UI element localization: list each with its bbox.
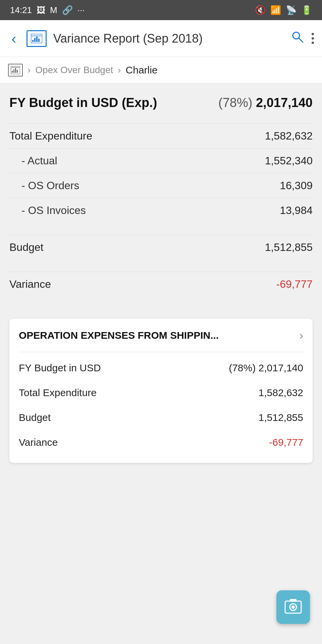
svg-rect-12 bbox=[17, 70, 18, 73]
value-budget: 1,512,855 bbox=[265, 241, 313, 254]
label-os-invoices: - OS Invoices bbox=[9, 204, 86, 217]
summary-header-value: (78%) 2,017,140 bbox=[218, 96, 313, 110]
card-row-variance: Variance -69,777 bbox=[19, 430, 303, 455]
mute-icon: 🔇 bbox=[255, 5, 266, 15]
summary-section: FY Budget in USD (Exp.) (78%) 2,017,140 … bbox=[9, 96, 313, 297]
card-body: FY Budget in USD (78%) 2,017,140 Total E… bbox=[9, 352, 313, 463]
card-label-variance: Variance bbox=[19, 437, 58, 448]
card-value-fy-budget: (78%) 2,017,140 bbox=[229, 362, 303, 374]
status-left: 14:21 🖼 M 🔗 ··· bbox=[10, 5, 85, 15]
card-row-fy-budget: FY Budget in USD (78%) 2,017,140 bbox=[19, 356, 303, 380]
label-os-orders: - OS Orders bbox=[9, 179, 79, 192]
summary-header: FY Budget in USD (Exp.) (78%) 2,017,140 bbox=[9, 96, 313, 110]
link-icon: 🔗 bbox=[62, 5, 73, 15]
operation-expenses-card: OPERATION EXPENSES FROM SHIPPIN... › FY … bbox=[9, 319, 313, 463]
svg-rect-2 bbox=[34, 38, 36, 42]
label-variance: Variance bbox=[9, 278, 51, 290]
label-total-expenditure: Total Expenditure bbox=[9, 130, 92, 142]
summary-header-percent: (78%) bbox=[218, 96, 252, 110]
value-total-expenditure: 1,582,632 bbox=[265, 130, 313, 142]
svg-rect-1 bbox=[32, 40, 34, 42]
card-label-total-expenditure: Total Expenditure bbox=[19, 387, 97, 398]
summary-row-budget: Budget 1,512,855 bbox=[9, 235, 313, 260]
report-icon bbox=[26, 30, 47, 47]
value-variance: -69,777 bbox=[276, 278, 313, 290]
card-row-total-expenditure: Total Expenditure 1,582,632 bbox=[19, 380, 303, 405]
card-title: OPERATION EXPENSES FROM SHIPPIN... bbox=[19, 330, 219, 341]
status-time: 14:21 bbox=[10, 5, 32, 15]
value-os-invoices: 13,984 bbox=[280, 204, 313, 217]
mail-icon: M bbox=[50, 5, 57, 15]
main-content: FY Budget in USD (Exp.) (78%) 2,017,140 … bbox=[0, 84, 322, 483]
svg-rect-3 bbox=[36, 37, 38, 42]
status-right: 🔇 📶 📡 🔋 bbox=[255, 5, 312, 15]
breadcrumb-home-icon bbox=[8, 64, 23, 76]
signal-icon: 📡 bbox=[286, 5, 297, 15]
svg-rect-4 bbox=[38, 39, 40, 42]
label-actual: - Actual bbox=[9, 155, 57, 167]
summary-header-label: FY Budget in USD (Exp.) bbox=[9, 96, 157, 110]
summary-header-number: 2,017,140 bbox=[256, 96, 313, 110]
status-bar: 14:21 🖼 M 🔗 ··· 🔇 📶 📡 🔋 bbox=[0, 0, 322, 20]
summary-row-os-orders: - OS Orders 16,309 bbox=[9, 173, 313, 198]
summary-row-variance: Variance -69,777 bbox=[9, 272, 313, 297]
svg-rect-17 bbox=[290, 599, 297, 602]
breadcrumb-chevron-1: › bbox=[28, 65, 31, 75]
back-button[interactable]: ‹ bbox=[8, 27, 20, 50]
battery-icon: 🔋 bbox=[301, 5, 312, 15]
svg-rect-11 bbox=[15, 68, 16, 73]
card-value-total-expenditure: 1,582,632 bbox=[259, 387, 303, 398]
breadcrumb-chevron-2: › bbox=[118, 65, 121, 75]
label-budget: Budget bbox=[9, 241, 43, 254]
svg-point-16 bbox=[291, 605, 295, 609]
breadcrumb: › Opex Over Budget › Charlie bbox=[0, 57, 322, 84]
value-os-orders: 16,309 bbox=[280, 179, 313, 192]
search-button[interactable] bbox=[290, 30, 305, 48]
value-actual: 1,552,340 bbox=[265, 155, 313, 167]
card-label-budget: Budget bbox=[19, 412, 51, 423]
more-options-button[interactable] bbox=[312, 33, 314, 44]
card-expand-icon: › bbox=[300, 329, 303, 342]
app-bar-actions bbox=[290, 30, 314, 48]
summary-row-os-invoices: - OS Invoices 13,984 bbox=[9, 198, 313, 223]
card-row-budget: Budget 1,512,855 bbox=[19, 405, 303, 430]
card-header[interactable]: OPERATION EXPENSES FROM SHIPPIN... › bbox=[9, 319, 313, 352]
wifi-icon: 📶 bbox=[270, 5, 281, 15]
app-bar: ‹ Variance Report (Sep 2018) bbox=[0, 20, 322, 57]
summary-row-total-expenditure: Total Expenditure 1,582,632 bbox=[9, 123, 313, 148]
svg-rect-9 bbox=[12, 71, 13, 73]
summary-row-actual: - Actual 1,552,340 bbox=[9, 148, 313, 173]
card-value-budget: 1,512,855 bbox=[259, 412, 303, 423]
breadcrumb-opex[interactable]: Opex Over Budget bbox=[35, 65, 113, 75]
page-title: Variance Report (Sep 2018) bbox=[53, 32, 283, 46]
screenshot-fab[interactable] bbox=[276, 590, 310, 624]
gallery-icon: 🖼 bbox=[37, 5, 45, 15]
card-label-fy-budget: FY Budget in USD bbox=[19, 362, 101, 374]
svg-line-7 bbox=[299, 38, 303, 42]
more-icon: ··· bbox=[77, 5, 85, 15]
breadcrumb-charlie: Charlie bbox=[126, 64, 158, 76]
card-value-variance: -69,777 bbox=[269, 437, 303, 448]
svg-rect-10 bbox=[13, 69, 14, 73]
